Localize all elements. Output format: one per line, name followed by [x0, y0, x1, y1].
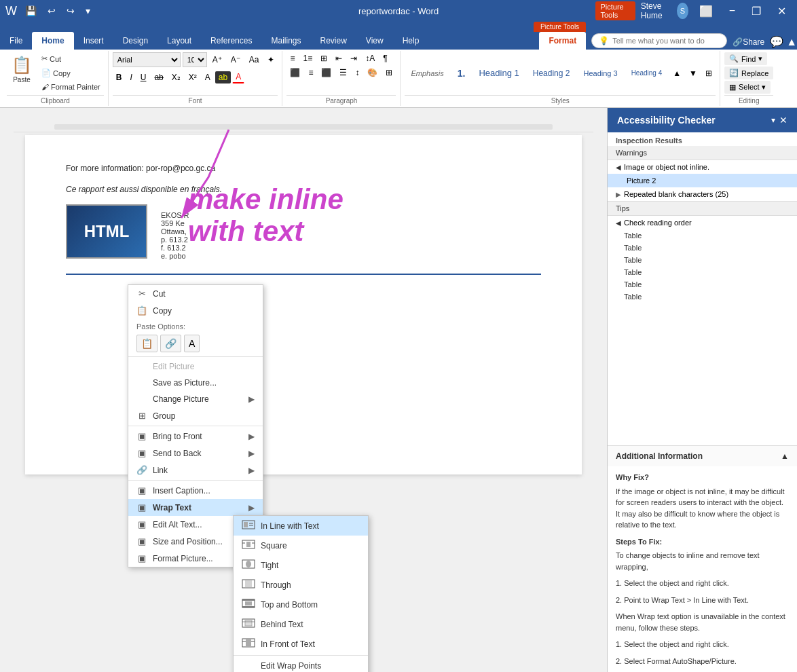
superscript-button[interactable]: X² [185, 71, 200, 83]
tab-review[interactable]: Review [310, 32, 356, 50]
acc-warning-blank-chars[interactable]: ▶ Repeated blank characters (25) [608, 187, 797, 201]
show-hide-button[interactable]: ¶ [379, 52, 390, 64]
ctx-save-as-picture[interactable]: Save as Picture... [128, 375, 263, 391]
tab-home[interactable]: Home [32, 32, 73, 50]
ctx-change-picture[interactable]: Change Picture ▶ [128, 391, 263, 407]
tab-references[interactable]: References [201, 32, 261, 50]
select-button[interactable]: ▦ Select ▾ [724, 81, 771, 94]
ctx-insert-caption[interactable]: ▣ Insert Caption... [128, 482, 263, 499]
wrap-behind[interactable]: Behind Text [234, 614, 368, 634]
tell-me-input[interactable] [612, 37, 707, 45]
wrap-edit-points[interactable]: Edit Wrap Points [234, 657, 368, 672]
wrap-square[interactable]: Square [234, 536, 368, 555]
style-heading3[interactable]: Heading 3 [577, 67, 623, 80]
ctx-group[interactable]: ⊞ Group [128, 407, 263, 424]
minimize-button[interactable]: − [724, 3, 741, 18]
align-left-button[interactable]: ⬛ [286, 67, 303, 79]
save-qat-button[interactable]: 💾 [22, 4, 39, 18]
comments-button[interactable]: 💬 [770, 35, 783, 48]
tab-insert[interactable]: Insert [74, 32, 113, 50]
paste-button[interactable]: 📋 Paste [7, 52, 37, 87]
tab-help[interactable]: Help [393, 32, 429, 50]
change-case-button[interactable]: Aa [246, 54, 263, 66]
wrap-in-front[interactable]: In Front of Text [234, 634, 368, 654]
multilevel-button[interactable]: ⊞ [317, 52, 331, 64]
acc-tip-table3[interactable]: Table [608, 254, 797, 266]
ctx-send-to-back[interactable]: ▣ Send to Back ▶ [128, 445, 263, 462]
find-button[interactable]: 🔍 Find ▾ [724, 52, 767, 65]
style-heading2[interactable]: Heading 2 [527, 66, 576, 81]
ribbon-collapse-button[interactable]: ▲ [786, 36, 797, 48]
wrap-through[interactable]: Through [234, 575, 368, 595]
paste-keep-source-button[interactable]: 📋 [136, 335, 157, 352]
undo-qat-button[interactable]: ↩ [45, 4, 58, 18]
tab-format[interactable]: Format [539, 32, 586, 50]
text-highlight-button[interactable]: ab [215, 71, 231, 83]
cut-button[interactable]: ✂ Cut [38, 52, 104, 65]
decrease-font-button[interactable]: A⁻ [227, 54, 244, 66]
acc-tip-table1[interactable]: Table [608, 229, 797, 242]
paste-merge-button[interactable]: 🔗 [160, 335, 181, 352]
numbering-button[interactable]: 1≡ [299, 52, 316, 64]
acc-additional-header[interactable]: Additional Information ▲ [608, 446, 797, 466]
justify-button[interactable]: ☰ [336, 67, 350, 79]
wrap-tight[interactable]: Tight [234, 555, 368, 575]
acc-dropdown-button[interactable]: ▾ [771, 115, 775, 126]
acc-tip-table6[interactable]: Table [608, 291, 797, 303]
copy-button[interactable]: 📄 Copy [38, 67, 104, 79]
tab-view[interactable]: View [356, 32, 393, 50]
tab-file[interactable]: File [0, 32, 32, 50]
tab-mailings[interactable]: Mailings [261, 32, 310, 50]
decrease-indent-button[interactable]: ⇤ [332, 52, 346, 64]
strikethrough-button[interactable]: ab [151, 71, 166, 83]
style-heading4[interactable]: Heading 4 [625, 67, 669, 79]
font-name-select[interactable]: Arial [113, 52, 181, 67]
acc-tip-table4[interactable]: Table [608, 266, 797, 278]
borders-button[interactable]: ⊞ [382, 67, 396, 79]
style-heading1-text[interactable]: Heading 1 [472, 65, 525, 81]
wrap-top-bottom[interactable]: Top and Bottom [234, 595, 368, 614]
styles-scroll-up[interactable]: ▲ [669, 67, 684, 79]
style-emphasis[interactable]: Emphasis [405, 67, 449, 80]
paste-text-only-button[interactable]: A [184, 335, 200, 352]
wrap-inline[interactable]: In Line with Text [234, 516, 368, 536]
document-area[interactable]: For more information: por-rop@pco.gc.ca … [0, 108, 607, 672]
tell-me-box[interactable]: 💡 [591, 33, 727, 48]
ctx-copy[interactable]: 📋 Copy [128, 302, 263, 319]
increase-font-button[interactable]: A⁺ [209, 54, 225, 66]
acc-tip-table2[interactable]: Table [608, 242, 797, 254]
share-button[interactable]: Share [743, 37, 764, 47]
acc-tip-table5[interactable]: Table [608, 278, 797, 291]
ctx-wrap-text[interactable]: ▣ Wrap Text ▶ [128, 499, 263, 516]
tab-design[interactable]: Design [113, 32, 157, 50]
maximize-button[interactable]: ❐ [746, 3, 766, 19]
close-button[interactable]: ✕ [772, 3, 792, 19]
sort-button[interactable]: ↕A [362, 52, 378, 64]
styles-more[interactable]: ⊞ [702, 67, 716, 79]
font-size-select[interactable]: 10 [183, 52, 207, 67]
restore-down-button[interactable]: ⬜ [694, 3, 718, 19]
bullets-button[interactable]: ≡ [286, 52, 298, 64]
bold-button[interactable]: B [113, 71, 126, 83]
italic-button[interactable]: I [126, 71, 135, 83]
acc-warning-picture2[interactable]: Picture 2 [608, 174, 797, 187]
font-color-button[interactable]: A [232, 71, 244, 83]
align-right-button[interactable]: ⬛ [318, 67, 335, 79]
ctx-cut[interactable]: ✂ Cut [128, 285, 263, 302]
ctx-bring-to-front[interactable]: ▣ Bring to Front ▶ [128, 428, 263, 445]
acc-close-button[interactable]: ✕ [779, 115, 787, 126]
style-heading1[interactable]: 1. [451, 65, 472, 81]
underline-button[interactable]: U [137, 71, 150, 83]
tab-layout[interactable]: Layout [157, 32, 201, 50]
ctx-link[interactable]: 🔗 Link ▶ [128, 462, 263, 479]
qat-dropdown-button[interactable]: ▾ [83, 4, 93, 18]
subscript-button[interactable]: X₂ [168, 71, 184, 83]
acc-warning-image-not-inline[interactable]: ◀ Image or object not inline. [608, 160, 797, 174]
redo-qat-button[interactable]: ↪ [64, 4, 77, 18]
acc-tip-reading-order[interactable]: ◀ Check reading order [608, 216, 797, 229]
shading-button[interactable]: 🎨 [364, 67, 381, 79]
clear-format-button[interactable]: ✦ [264, 54, 278, 66]
format-painter-button[interactable]: 🖌 Format Painter [38, 81, 104, 93]
styles-scroll-down[interactable]: ▼ [686, 67, 701, 79]
text-effects-button[interactable]: A [202, 71, 214, 83]
